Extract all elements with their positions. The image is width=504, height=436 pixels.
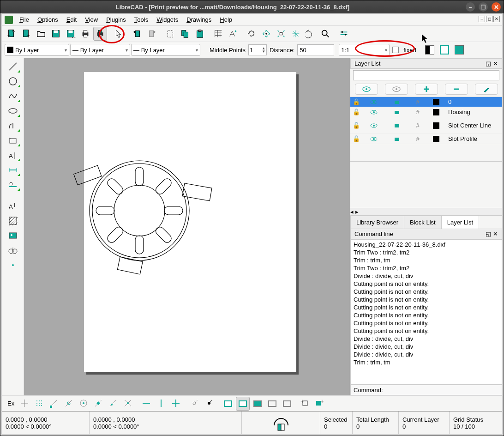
center-page-button[interactable]: [452, 43, 466, 57]
point-tool[interactable]: [6, 259, 20, 272]
bw-toggle[interactable]: [423, 43, 437, 57]
zoom-redraw-button[interactable]: [245, 27, 258, 41]
snap-center[interactable]: [77, 397, 91, 411]
linewidth-dropdown[interactable]: — By Layer▾: [70, 44, 130, 56]
add-layer-button[interactable]: [415, 84, 438, 95]
print-button[interactable]: [78, 27, 92, 41]
mdi-min[interactable]: –: [479, 16, 485, 22]
mtext-tool[interactable]: AI: [6, 200, 20, 212]
redo-button[interactable]: [145, 27, 159, 41]
block-tool[interactable]: [6, 244, 20, 257]
dim-tool[interactable]: [6, 164, 20, 176]
tab-layer[interactable]: Layer List: [441, 216, 479, 229]
menu-edit[interactable]: Edit: [63, 15, 80, 24]
zoom-in-button[interactable]: [259, 27, 273, 41]
pointer-button[interactable]: [112, 27, 126, 41]
print-preview-button[interactable]: [93, 27, 107, 41]
close-button[interactable]: ✕: [492, 2, 501, 12]
image-tool[interactable]: [6, 229, 20, 242]
add-view2[interactable]: +: [313, 397, 327, 411]
line-tool[interactable]: [6, 60, 20, 73]
show-all-layers-button[interactable]: [355, 84, 378, 95]
color-dropdown[interactable]: By Layer▾: [5, 44, 69, 56]
screen2[interactable]: [236, 397, 250, 411]
minimize-button[interactable]: –: [466, 2, 475, 12]
new-button[interactable]: +: [5, 27, 18, 41]
copy-button[interactable]: [178, 27, 192, 41]
ellipse-tool[interactable]: [6, 104, 20, 117]
layer-filter-input[interactable]: [353, 70, 499, 80]
edit-props-button[interactable]: [337, 27, 351, 41]
snap-mid[interactable]: [92, 397, 106, 411]
distance-input[interactable]: 50: [297, 44, 334, 55]
draft-button[interactable]: [226, 27, 240, 41]
restrict-h[interactable]: [169, 397, 183, 411]
layer-row-0[interactable]: 🔓 # 0: [350, 97, 502, 107]
snap-free[interactable]: [18, 397, 32, 411]
layer-row-slot-profile[interactable]: 🔓 # Slot Profile: [350, 134, 502, 144]
snap-entity[interactable]: [62, 397, 76, 411]
menu-widgets[interactable]: Widgets: [153, 15, 182, 24]
layer-row-housing[interactable]: 🔓 # Housing: [350, 107, 502, 117]
menu-file[interactable]: FFileile: [16, 15, 33, 24]
menu-options[interactable]: Options: [34, 15, 62, 24]
screen3[interactable]: [251, 397, 264, 411]
saveas-button[interactable]: …: [64, 27, 78, 41]
middle-points-input[interactable]: 1▲▼: [248, 44, 267, 55]
maximize-button[interactable]: ☐: [479, 2, 488, 12]
screen4[interactable]: [265, 397, 279, 411]
fixed-checkbox[interactable]: [392, 47, 399, 53]
layer-hscroll[interactable]: ◂ ▸: [350, 208, 502, 215]
relzero-set[interactable]: [188, 397, 202, 411]
paste-button[interactable]: [193, 27, 207, 41]
tab-library[interactable]: Library Browser: [350, 216, 404, 229]
snap-dist[interactable]: [107, 397, 120, 411]
polyline-tool[interactable]: [6, 119, 20, 132]
zoom-window-button[interactable]: [304, 27, 318, 41]
modify-tool[interactable]: [6, 178, 20, 191]
cmd-close-icon[interactable]: ✕: [493, 230, 498, 237]
save-button[interactable]: [49, 27, 63, 41]
linetype-dropdown[interactable]: ― By Layer▾: [131, 44, 200, 56]
grid-button[interactable]: [211, 27, 225, 41]
lock-icon[interactable]: 🔓: [353, 98, 360, 105]
menu-help[interactable]: Help: [216, 15, 236, 24]
screen1[interactable]: [221, 397, 235, 411]
tab-block[interactable]: Block List: [404, 216, 442, 229]
relzero-lock[interactable]: [203, 397, 216, 411]
curve-tool[interactable]: [6, 90, 20, 103]
menu-plugins[interactable]: Plugins: [102, 15, 130, 24]
snap-grid[interactable]: [33, 397, 47, 411]
scale-dropdown[interactable]: 1:1▾: [339, 44, 390, 56]
canvas[interactable]: [24, 58, 350, 395]
fit-page-button[interactable]: [438, 43, 451, 57]
select-tool[interactable]: [6, 134, 20, 147]
zoom-auto-button[interactable]: [274, 27, 288, 41]
menu-drawings[interactable]: Drawings: [183, 15, 215, 24]
zoom-pan-button[interactable]: [318, 27, 332, 41]
layer-row-slot-center[interactable]: 🔓 # Slot Center Line: [350, 117, 502, 134]
hide-all-layers-button[interactable]: [385, 84, 408, 95]
command-log[interactable]: Housing_22-07-22-20-11-36_8.dxfTrim Two …: [350, 239, 502, 385]
circle-tool[interactable]: [6, 75, 20, 88]
menu-view[interactable]: View: [81, 15, 102, 24]
text-tool[interactable]: A: [6, 149, 20, 162]
layer-table[interactable]: 🔓 # 0 🔓 # Housing: [350, 97, 502, 162]
cut-button[interactable]: [163, 27, 177, 41]
remove-layer-button[interactable]: [445, 84, 468, 95]
open-button[interactable]: [34, 27, 48, 41]
new-template-button[interactable]: +: [19, 27, 33, 41]
undo-button[interactable]: [130, 27, 144, 41]
command-input[interactable]: Command:: [350, 385, 502, 395]
restrict-nothing[interactable]: [140, 397, 154, 411]
restrict-ortho[interactable]: [155, 397, 168, 411]
cmd-float-icon[interactable]: ◱: [486, 230, 491, 237]
panel-float-icon[interactable]: ◱: [486, 60, 491, 67]
mdi-max[interactable]: ◻: [486, 16, 492, 22]
hatch-tool[interactable]: [6, 214, 20, 227]
snap-int[interactable]: [121, 397, 135, 411]
screen5[interactable]: [280, 397, 294, 411]
panel-close-icon[interactable]: ✕: [493, 60, 498, 67]
menu-tools[interactable]: Tools: [131, 15, 152, 24]
snap-end[interactable]: [48, 397, 61, 411]
